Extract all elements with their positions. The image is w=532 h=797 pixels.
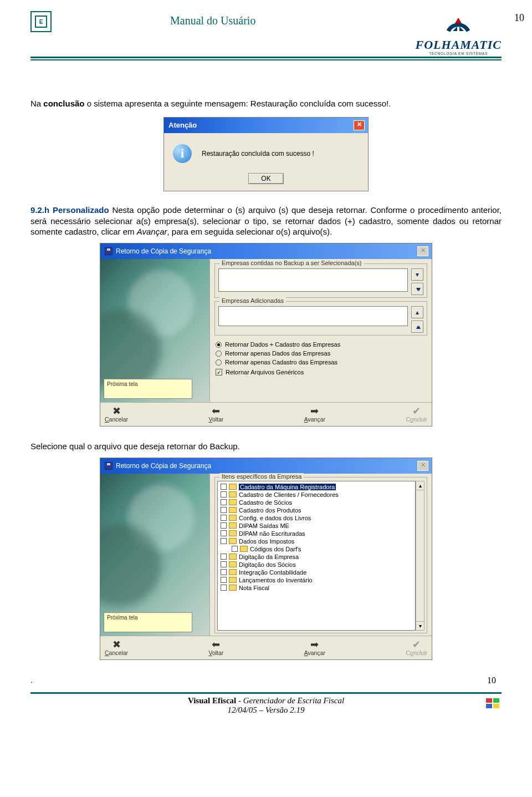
checkbox-icon [221, 522, 227, 529]
folder-icon [229, 499, 237, 505]
tree-item[interactable]: Cadastro da Máquina Registradora [219, 483, 413, 491]
tree-item[interactable]: Config. e dados dos Livros [219, 514, 413, 522]
tree-item[interactable]: Cadastro de Clientes / Fornecedores [219, 491, 413, 499]
tree-itens[interactable]: Cadastro da Máquina RegistradoraCadastro… [217, 481, 416, 631]
proxima-tela-box: Próxima tela [104, 379, 192, 399]
dialog-message: Restauração concluída com sucesso ! [202, 150, 314, 158]
radio-dados-cadastro[interactable]: Retornar Dados + Cadastro das Empresas [216, 341, 426, 348]
page-number-top: 10 [514, 12, 524, 24]
tree-item[interactable]: Digitação da Empresa [219, 553, 413, 561]
tree-item[interactable]: Lançamentos do Inventário [219, 576, 413, 584]
finish-button[interactable]: ✔ Concluir [406, 639, 427, 656]
scroll-up-icon[interactable]: ▴ [416, 481, 424, 490]
tree-item-label: Integração Contabilidade [239, 569, 306, 576]
checkbox-icon [221, 577, 227, 583]
group-label: Empresas Adicionadas [219, 297, 286, 304]
tree-item[interactable]: Nota Fiscal [219, 584, 413, 592]
scrollbar[interactable]: ▴ ▾ [416, 481, 424, 631]
back-button[interactable]: ⬅ Voltar [208, 639, 223, 656]
floppy-icon [105, 247, 112, 255]
tree-item[interactable]: Códigos dos Darf's [219, 545, 413, 553]
footer-version: 12/04/05 – Versão 2.19 [188, 705, 344, 715]
tree-item-label: Cadastro dos Produtos [239, 507, 301, 514]
tree-item-label: Nota Fiscal [239, 585, 269, 591]
tree-item[interactable]: DIPAM não Escrituradas [219, 530, 413, 537]
next-button[interactable]: ➡ Avançar [304, 639, 325, 656]
cancel-button[interactable]: ✖ Cancelar [105, 406, 128, 423]
group-empresas-adicionadas: Empresas Adicionadas ▴ ▴▴ [214, 301, 427, 336]
radio-apenas-cadastro[interactable]: Retornar apenas Cadastro das Empresas [216, 359, 426, 365]
radio-icon [216, 359, 222, 365]
header-rule [30, 59, 502, 60]
tree-item-label: Cadastro da Máquina Registradora [239, 484, 336, 490]
radio-apenas-dados[interactable]: Retornar apenas Dados das Empresas [216, 350, 426, 357]
wizard-toolbar: ✖ Cancelar ⬅ Voltar ➡ Avançar ✔ Concluir [100, 636, 432, 659]
tree-item[interactable]: DIPAM Saídas ME [219, 522, 413, 530]
dialog-titlebar: Atenção ✕ [164, 118, 368, 133]
proxima-tela-box: Próxima tela [104, 612, 192, 632]
close-icon[interactable]: ✕ [354, 120, 365, 130]
doc-logo-icon: E [30, 11, 52, 32]
tree-item[interactable]: Integração Contabilidade [219, 568, 413, 576]
next-button[interactable]: ➡ Avançar [304, 406, 325, 423]
add-all-button[interactable]: ▾▾ [411, 283, 423, 295]
paragraph-selecione: Selecione qual o arquivo que deseja reto… [30, 441, 502, 452]
page-number-bottom: 10 [487, 676, 496, 686]
group-label: Itens específicos da Empresa [219, 473, 304, 480]
finish-button[interactable]: ✔ Concluir [406, 406, 427, 423]
wizard-titlebar: Retorno de Cópia de Segurança ✕ [100, 243, 432, 259]
close-icon[interactable]: ✕ [417, 246, 428, 256]
tree-item-label: Digitação da Empresa [239, 554, 299, 560]
tree-item[interactable]: Cadastro de Sócios [219, 499, 413, 506]
checkbox-icon [232, 546, 238, 552]
wizard-side-image: Próxima tela [100, 259, 210, 402]
checkbox-icon [221, 561, 227, 567]
remove-one-button[interactable]: ▴ [411, 306, 423, 318]
folder-icon [229, 561, 237, 567]
tree-item-label: Códigos dos Darf's [250, 546, 301, 552]
info-icon: i [173, 144, 192, 163]
add-one-button[interactable]: ▾ [411, 268, 423, 281]
tree-item[interactable]: Cadastro dos Produtos [219, 506, 413, 514]
checkbox-icon [221, 585, 227, 591]
lone-dot: . [30, 674, 502, 686]
svg-marker-0 [455, 18, 462, 23]
tree-item-label: Config. e dados dos Livros [239, 515, 311, 521]
tree-item[interactable]: Digitação dos Sócios [219, 561, 413, 568]
check-icon: ✔ [406, 406, 427, 416]
close-icon[interactable]: ✕ [417, 461, 428, 471]
checkbox-icon [221, 554, 227, 560]
radio-options-group: Retornar Dados + Cadastro das Empresas R… [214, 339, 427, 377]
scroll-down-icon[interactable]: ▾ [416, 621, 424, 630]
floppy-icon [105, 462, 112, 470]
wizard-retorno-1: Retorno de Cópia de Segurança ✕ Próxima … [100, 243, 432, 427]
dialog-atencao: Atenção ✕ i Restauração concluída com su… [163, 117, 369, 191]
tree-item-label: Digitação dos Sócios [239, 561, 296, 568]
tree-item-label: Cadastro de Clientes / Fornecedores [239, 491, 339, 498]
cancel-button[interactable]: ✖ Cancelar [105, 639, 128, 656]
listbox-empresas-adicionadas[interactable] [218, 306, 408, 326]
folder-icon [240, 546, 248, 552]
folder-icon [229, 569, 237, 575]
doc-footer: Visual Efiscal - Gerenciador de Escrita … [30, 692, 502, 715]
folder-icon [229, 585, 237, 591]
back-button[interactable]: ⬅ Voltar [208, 406, 223, 423]
checkbox-icon [221, 499, 227, 505]
tree-item[interactable]: Dados dos Impostos [219, 537, 413, 545]
folder-icon [229, 491, 237, 498]
wizard-side-image: Próxima tela [100, 474, 210, 636]
checkbox-icon: ✓ [216, 369, 222, 375]
listbox-empresas-backup[interactable] [218, 268, 408, 292]
folder-icon [229, 530, 237, 536]
checkbox-arquivos-genericos[interactable]: ✓ Retornar Arquivos Genéricos [216, 369, 426, 375]
svg-rect-4 [493, 698, 499, 703]
wizard-title-text: Retorno de Cópia de Segurança [116, 462, 211, 470]
remove-all-button[interactable]: ▴▴ [411, 321, 423, 333]
folder-icon [229, 515, 237, 521]
check-icon: ✔ [406, 639, 427, 649]
cancel-icon: ✖ [105, 406, 128, 416]
ok-button[interactable]: OK [248, 173, 283, 184]
doc-title: Manual do Usuário [170, 14, 255, 27]
radio-icon [216, 351, 222, 357]
arrow-left-icon: ⬅ [208, 406, 223, 416]
